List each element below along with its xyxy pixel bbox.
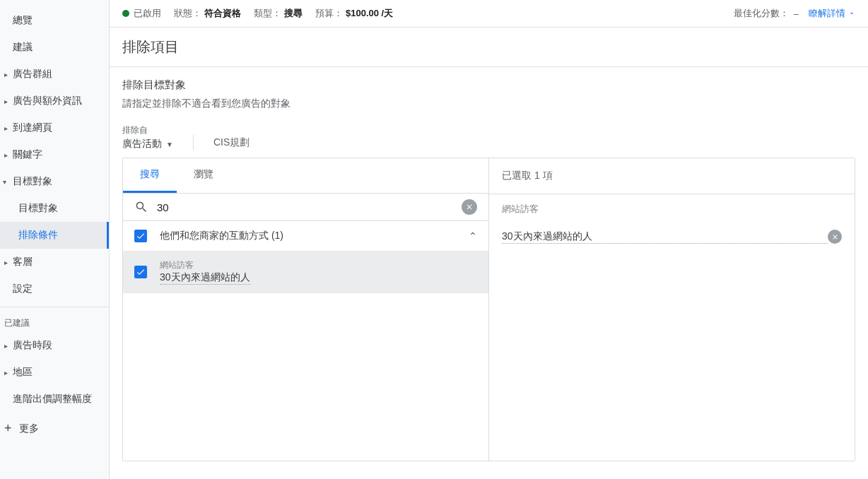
section-title: 排除目標對象 (122, 78, 855, 92)
main: 已啟用 狀態：符合資格 類型：搜尋 預算：$100.00 /天 最佳化分數： –… (110, 0, 868, 479)
remove-selected-button[interactable] (828, 230, 842, 244)
content: 排除目標對象 請指定並排除不適合看到您廣告的對象 排除自 廣告活動 ▼ CIS規… (110, 67, 868, 473)
nav-suggested-label: 已建議 (0, 312, 109, 332)
exclude-from-select[interactable]: 排除自 廣告活動 ▼ (122, 124, 173, 150)
selected-item: 30天內來過網站的人 (489, 224, 855, 249)
status-type: 類型：搜尋 (254, 7, 303, 20)
divider (193, 135, 194, 150)
audience-picker: 搜尋 瀏覽 他們和您商家的互動方式 (1) (122, 158, 855, 461)
dropdown-icon: ▼ (166, 141, 173, 148)
nav-more[interactable]: +更多 (0, 413, 109, 444)
picker-left-pane: 搜尋 瀏覽 他們和您商家的互動方式 (1) (123, 158, 489, 461)
result-name: 30天內來過網站的人 (160, 271, 250, 285)
tab-browse[interactable]: 瀏覽 (177, 158, 230, 193)
status-score: 最佳化分數： – (734, 7, 799, 20)
nav-bid-adj[interactable]: 進階出價調整幅度 (0, 386, 109, 413)
page-title: 排除項目 (110, 28, 868, 67)
result-group[interactable]: 他們和您商家的互動方式 (1) ⌃ (123, 221, 488, 251)
selected-group: 網站訪客 (489, 194, 855, 224)
search-row (123, 194, 488, 221)
selected-item-name: 30天內來過網站的人 (502, 230, 828, 244)
nav-ads-extensions[interactable]: 廣告與額外資訊 (0, 88, 109, 114)
chevron-up-icon: ⌃ (469, 230, 477, 242)
nav-adgroups[interactable]: 廣告群組 (0, 61, 109, 88)
section-desc: 請指定並排除不適合看到您廣告的對象 (122, 97, 855, 110)
nav-divider (0, 307, 109, 307)
nav-audiences[interactable]: 目標對象 (0, 168, 109, 195)
nav-keywords[interactable]: 關鍵字 (0, 141, 109, 168)
chevron-down-icon (848, 10, 855, 17)
status-bar: 已啟用 狀態：符合資格 類型：搜尋 預算：$100.00 /天 最佳化分數： –… (110, 0, 868, 28)
result-item[interactable]: 網站訪客 30天內來過網站的人 (123, 251, 488, 293)
status-budget[interactable]: 預算：$100.00 /天 (315, 7, 393, 20)
search-input[interactable] (157, 201, 462, 213)
checkbox-checked-icon[interactable] (134, 230, 147, 242)
checkbox-checked-icon[interactable] (134, 266, 147, 278)
status-status: 狀態：符合資格 (174, 7, 241, 20)
nav-exclusions[interactable]: 排除條件 (0, 222, 109, 249)
tab-search[interactable]: 搜尋 (123, 158, 177, 193)
status-enabled[interactable]: 已啟用 (122, 7, 161, 20)
nav-audiences-sub[interactable]: 目標對象 (0, 195, 109, 222)
selected-header: 已選取 1 項 (489, 158, 855, 194)
nav-settings[interactable]: 設定 (0, 276, 109, 302)
status-dot-icon (122, 10, 129, 17)
picker-right-pane: 已選取 1 項 網站訪客 30天內來過網站的人 (489, 158, 855, 461)
exclude-from-label: 排除自 (122, 124, 173, 136)
nav-locations[interactable]: 地區 (0, 359, 109, 386)
close-icon (831, 233, 839, 241)
nav-schedule[interactable]: 廣告時段 (0, 332, 109, 359)
result-group-label: 他們和您商家的互動方式 (1) (160, 230, 469, 242)
nav-overview[interactable]: 總覽 (0, 7, 109, 34)
clear-search-button[interactable] (462, 199, 477, 215)
search-icon (134, 200, 148, 214)
picker-tabs: 搜尋 瀏覽 (123, 158, 488, 194)
nav-demographics[interactable]: 客層 (0, 249, 109, 276)
nav-recommendations[interactable]: 建議 (0, 34, 109, 61)
exclude-from-row: 排除自 廣告活動 ▼ CIS規劃 (122, 124, 855, 150)
plus-icon: + (4, 421, 12, 436)
campaign-name: CIS規劃 (213, 136, 250, 150)
sidebar: 總覽 建議 廣告群組 廣告與額外資訊 到達網頁 關鍵字 目標對象 目標對象 排除… (0, 0, 110, 479)
learn-more-link[interactable]: 瞭解詳情 (809, 7, 855, 20)
close-icon (465, 203, 474, 211)
result-category: 網站訪客 (160, 259, 477, 271)
nav-landing[interactable]: 到達網頁 (0, 114, 109, 141)
